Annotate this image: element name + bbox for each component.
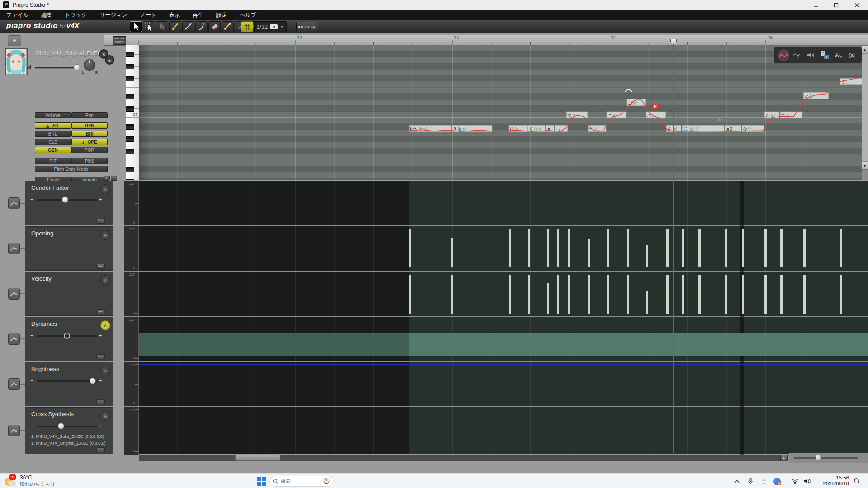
param-button-pan[interactable]: Pan xyxy=(71,112,108,118)
grid-snap-toggle[interactable] xyxy=(241,21,253,32)
scroll-right-icon[interactable]: ► xyxy=(781,455,788,461)
param-button-gen[interactable]: GEN xyxy=(35,147,71,153)
mute-button[interactable]: m xyxy=(105,55,114,65)
eraser-tool[interactable] xyxy=(208,21,221,32)
auto-toggle-button[interactable]: A xyxy=(100,230,110,240)
master-tempo-box[interactable]: MASTERTEMPO xyxy=(113,36,126,45)
auto-scroll-button[interactable]: AUTO xyxy=(296,22,318,32)
collapse-panel-button[interactable]: − xyxy=(96,399,105,404)
accessibility-icon[interactable] xyxy=(760,477,769,485)
param-button-pbs[interactable]: PBS xyxy=(71,158,108,164)
param-button-vel[interactable]: VEL xyxy=(35,122,71,129)
maximize-button[interactable] xyxy=(826,0,845,10)
param-button-pit[interactable]: PIT xyxy=(35,158,71,164)
multi-select-tool[interactable] xyxy=(156,21,168,32)
track-name[interactable]: MIKU_V4X_Original_EVEC xyxy=(35,50,102,56)
wifi-icon[interactable] xyxy=(790,477,799,485)
menu-item-リージョン[interactable]: リージョン xyxy=(93,11,133,19)
pitch-curve-icon[interactable] xyxy=(778,49,789,61)
microphone-icon[interactable] xyxy=(746,477,755,485)
scroll-up-icon[interactable]: ▲ xyxy=(862,45,868,53)
singer-avatar[interactable] xyxy=(5,48,28,75)
search-input[interactable]: 検索 xyxy=(269,476,334,487)
pitch-velocity-icon[interactable]: v xyxy=(791,49,803,61)
parameter-lanes[interactable] xyxy=(139,181,868,455)
menu-item-表示[interactable]: 表示 xyxy=(163,11,186,19)
envelope-node-button[interactable] xyxy=(8,425,20,436)
parameter-slider[interactable] xyxy=(37,380,97,382)
add-track-tab[interactable]: + xyxy=(8,35,21,46)
slider-thumb[interactable] xyxy=(90,378,96,384)
collapse-panel-button[interactable]: − xyxy=(96,219,105,224)
scroll-down-icon[interactable]: ▼ xyxy=(862,162,868,170)
param-button-bri[interactable]: BRI xyxy=(71,131,108,137)
clock-widget[interactable]: 15:56 2025/08/18 xyxy=(821,475,849,487)
tray-app-icon[interactable] xyxy=(772,477,781,485)
menu-item-設定[interactable]: 設定 xyxy=(210,11,233,19)
phoneme-mode-icon[interactable]: [a] xyxy=(846,49,858,61)
vscrollbar-thumb[interactable] xyxy=(862,54,868,161)
menu-item-ファイル[interactable]: ファイル xyxy=(0,11,35,19)
control-pencil-tool[interactable] xyxy=(222,21,234,32)
piano-key-D#3[interactable] xyxy=(126,167,134,172)
param-button-dyn[interactable]: DYN xyxy=(71,122,108,129)
hscrollbar-thumb[interactable] xyxy=(235,455,280,461)
piano-roll[interactable]: br5[br5]きゅ[k' M]り[4'く[k hbrっ..て[t ..た[t … xyxy=(139,45,868,181)
piano-key-C#4[interactable] xyxy=(126,106,134,112)
close-button[interactable] xyxy=(847,0,866,10)
envelope-node-button[interactable] xyxy=(8,333,20,345)
add-parameter-button[interactable]: + xyxy=(104,176,110,181)
volume-icon[interactable] xyxy=(803,477,812,485)
piano-key-G#3[interactable] xyxy=(126,136,134,142)
tray-chevron-icon[interactable] xyxy=(732,477,741,485)
line-tool[interactable] xyxy=(182,21,194,32)
piano-key-G#4[interactable] xyxy=(126,64,134,69)
phrase-badge[interactable]: P xyxy=(652,103,658,109)
minimize-button[interactable] xyxy=(807,0,826,10)
remove-parameter-button[interactable]: − xyxy=(111,176,117,181)
param-button-cle[interactable]: CLE xyxy=(35,139,71,145)
curve-tool[interactable] xyxy=(195,21,208,32)
envelope-node-button[interactable] xyxy=(8,243,20,254)
pencil-tool[interactable] xyxy=(169,21,181,32)
param-button-ope[interactable]: OPE xyxy=(71,139,108,145)
parameter-slider[interactable] xyxy=(37,426,97,427)
auto-toggle-button[interactable]: A xyxy=(100,320,110,330)
piano-key-F#3[interactable] xyxy=(126,149,134,154)
auto-toggle-button[interactable]: A xyxy=(100,275,110,285)
note-br3[interactable]: br3.. xyxy=(725,125,741,132)
collapse-panel-button[interactable]: − xyxy=(96,309,105,314)
preview-speaker-icon[interactable] xyxy=(805,49,817,61)
slider-thumb[interactable] xyxy=(58,423,64,429)
menu-item-編集[interactable]: 編集 xyxy=(35,11,58,19)
snap-value-dropdown[interactable]: 1/32 3 ▼ xyxy=(254,21,287,32)
slider-thumb[interactable] xyxy=(62,197,68,203)
param-button-volume[interactable]: Volume xyxy=(35,112,71,118)
piano-key-D#4[interactable] xyxy=(126,94,134,99)
piano-key-A#4[interactable] xyxy=(126,52,134,57)
collapse-panel-button[interactable]: − xyxy=(96,264,105,269)
envelope-node-button[interactable] xyxy=(8,288,20,300)
volume-slider-thumb[interactable] xyxy=(74,64,80,70)
notification-bell-icon[interactable]: z xyxy=(852,477,861,485)
param-button-pitch-snap-mode[interactable]: Pitch Snap Mode xyxy=(35,166,108,172)
envelope-node-button[interactable] xyxy=(8,378,20,390)
timeline-ruler[interactable]: 12131415 xyxy=(104,35,868,46)
collapse-panel-button[interactable]: − xyxy=(96,447,105,452)
kana-mode-icon[interactable]: あA xyxy=(832,49,844,61)
piano-keyboard[interactable]: C4C4 xyxy=(126,45,139,181)
select-tool[interactable] xyxy=(130,21,142,32)
note-て[interactable]: て[.. xyxy=(780,112,802,118)
piano-key-A#3[interactable] xyxy=(126,124,134,130)
menu-item-再生[interactable]: 再生 xyxy=(186,11,210,19)
param-button-por[interactable]: POR xyxy=(71,147,108,153)
region-select-tool[interactable] xyxy=(143,21,155,32)
envelope-node-button[interactable] xyxy=(8,197,20,209)
menu-item-トラック[interactable]: トラック xyxy=(58,11,93,19)
zoom-slider-thumb[interactable] xyxy=(815,455,821,460)
start-button[interactable] xyxy=(257,476,267,486)
volume-slider[interactable] xyxy=(35,67,80,69)
param-button-bre[interactable]: BRE xyxy=(35,131,71,137)
auto-toggle-button[interactable]: A xyxy=(100,411,110,421)
menu-item-ノート[interactable]: ノート xyxy=(133,11,163,19)
